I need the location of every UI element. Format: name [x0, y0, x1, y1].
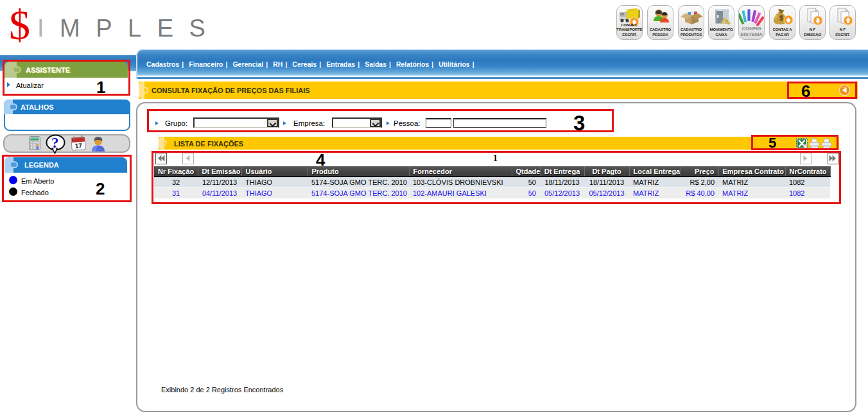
svg-text:$: $ [779, 14, 783, 22]
svg-text:17: 17 [74, 142, 82, 150]
svg-text:?: ? [51, 135, 59, 151]
